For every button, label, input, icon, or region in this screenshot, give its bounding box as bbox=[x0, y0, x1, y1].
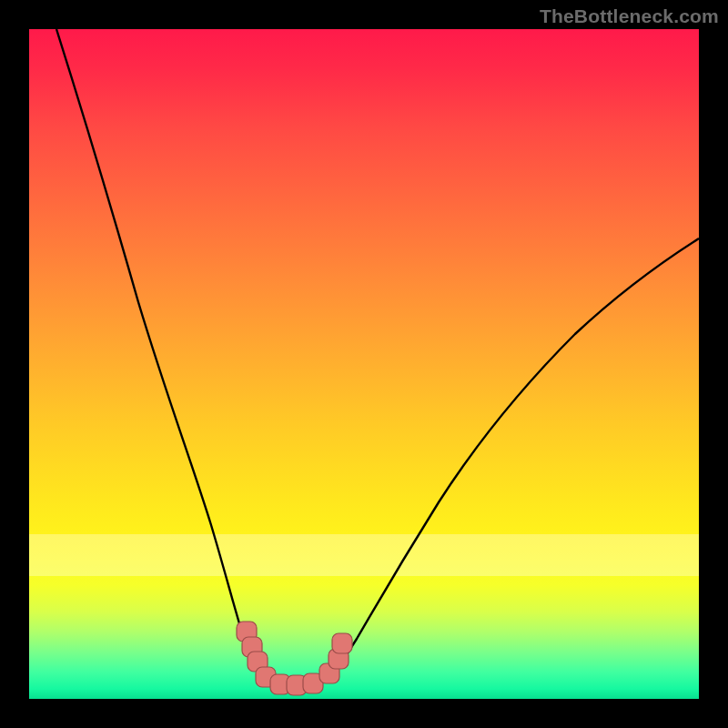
valley-markers-group bbox=[237, 622, 352, 695]
plot-area bbox=[29, 29, 699, 699]
bottleneck-curve bbox=[56, 29, 699, 684]
curve-layer bbox=[29, 29, 699, 699]
chart-stage: TheBottleneck.com bbox=[0, 0, 728, 728]
curve-marker bbox=[332, 633, 352, 653]
watermark-text: TheBottleneck.com bbox=[540, 5, 719, 27]
